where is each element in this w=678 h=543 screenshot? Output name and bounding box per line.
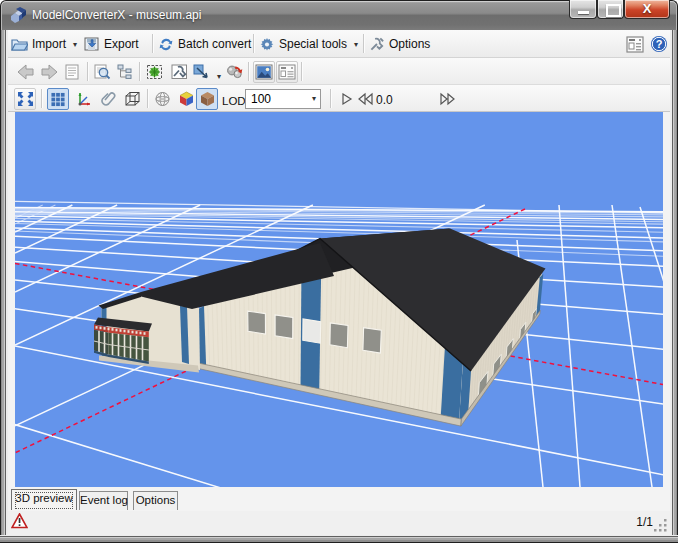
svg-text:?: ? (656, 38, 663, 50)
